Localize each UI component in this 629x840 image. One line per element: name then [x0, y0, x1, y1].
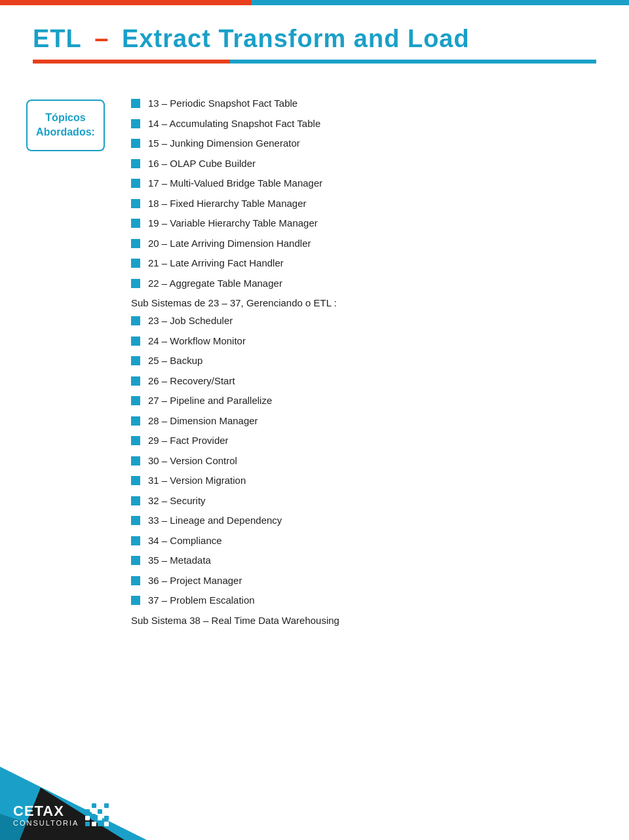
second-decorative-bar — [33, 60, 596, 64]
bullet-icon — [131, 279, 140, 288]
logo-dot-15 — [98, 822, 102, 826]
list-item-text: 24 – Workflow Monitor — [148, 334, 246, 349]
bullet-icon — [131, 159, 140, 168]
list-item: 17 – Multi-Valued Bridge Table Manager — [131, 176, 603, 191]
bullet-icon — [131, 199, 140, 208]
logo-icon — [85, 803, 109, 827]
list-item: 14 – Accumulating Snapshot Fact Table — [131, 117, 603, 132]
list-item-text: 26 – Recovery/Start — [148, 374, 235, 389]
logo-name: CETAX — [13, 803, 79, 819]
list-item-text: 23 – Job Scheduler — [148, 314, 233, 329]
logo-dot-8 — [104, 809, 109, 814]
title-rest: Extract Transform and Load — [122, 25, 470, 52]
bullet-icon — [131, 456, 140, 466]
list-item: 27 – Pipeline and Parallelize — [131, 393, 603, 409]
logo-dot-10 — [92, 816, 96, 820]
list-item: 25 – Backup — [131, 354, 603, 369]
bullet-icon — [131, 416, 140, 426]
logo-dot-14 — [92, 822, 96, 826]
logo-dot-11 — [98, 816, 102, 820]
sidebar-label: Tópicos Abordados: — [36, 111, 95, 140]
list-item: 19 – Variable Hierarchy Table Manager — [131, 216, 603, 231]
header: ETL – Extract Transform and Load — [0, 5, 629, 77]
bullet-icon — [131, 99, 140, 108]
list-item-text: 29 – Fact Provider — [148, 433, 229, 448]
list-item: 33 – Lineage and Dependency — [131, 513, 603, 528]
logo-area: CETAX CONSULTORIA — [13, 803, 109, 827]
list-item-text: 34 – Compliance — [148, 534, 222, 549]
bullet-icon — [131, 436, 140, 445]
bullet-icon — [131, 596, 140, 605]
logo-dot-2 — [92, 803, 96, 808]
list-item-text: 22 – Aggregate Table Manager — [148, 276, 282, 291]
list-item-text: 32 – Security — [148, 494, 206, 509]
list-item-text: 16 – OLAP Cube Builder — [148, 156, 256, 172]
logo-dot-13 — [85, 822, 90, 826]
bullet-icon — [131, 119, 140, 128]
list-item: 21 – Late Arriving Fact Handler — [131, 256, 603, 271]
title-etl: ETL — [33, 25, 82, 52]
logo-dot-16 — [104, 822, 109, 826]
list-item: 24 – Workflow Monitor — [131, 334, 603, 349]
logo-dot-3 — [98, 803, 102, 808]
list-item: 36 – Project Manager — [131, 574, 603, 589]
sub-section-1-label: Sub Sistemas de 23 – 37, Gerenciando o E… — [131, 297, 603, 308]
list-item: 30 – Version Control — [131, 454, 603, 469]
bullet-icon — [131, 496, 140, 505]
list-item-text: 27 – Pipeline and Parallelize — [148, 393, 272, 409]
logo-container: CETAX CONSULTORIA — [13, 803, 79, 827]
logo-dot-12 — [104, 816, 109, 820]
top-decorative-bar — [0, 0, 629, 5]
list-item-text: 21 – Late Arriving Fact Handler — [148, 256, 284, 271]
list-item-text: 20 – Late Arriving Dimension Handler — [148, 236, 311, 251]
bullet-icon — [131, 556, 140, 565]
list-item: 37 – Problem Escalation — [131, 593, 603, 608]
page-title: ETL – Extract Transform and Load — [33, 25, 596, 53]
bullet-icon — [131, 179, 140, 188]
bullet-icon — [131, 356, 140, 365]
bottom-decorative-area: CETAX CONSULTORIA — [0, 709, 629, 840]
list-item-text: 13 – Periodic Snapshot Fact Table — [148, 96, 297, 111]
logo-dot-7 — [98, 809, 102, 814]
bullet-icon — [131, 219, 140, 228]
list-item-text: 14 – Accumulating Snapshot Fact Table — [148, 117, 320, 132]
list-item-text: 31 – Version Migration — [148, 473, 246, 488]
logo-sub: CONSULTORIA — [13, 819, 79, 827]
list-item: 15 – Junking Dimension Generator — [131, 136, 603, 151]
list-item-text: 36 – Project Manager — [148, 574, 242, 589]
sub-section-2-label: Sub Sistema 38 – Real Time Data Warehous… — [131, 615, 603, 626]
title-dash: – — [87, 25, 117, 52]
bullet-icon — [131, 337, 140, 346]
content-area: 13 – Periodic Snapshot Fact Table14 – Ac… — [118, 96, 603, 626]
bullet-icon — [131, 476, 140, 485]
bullet-icon — [131, 316, 140, 325]
list-item: 34 – Compliance — [131, 534, 603, 549]
bullet-icon — [131, 376, 140, 386]
list-item: 35 – Metadata — [131, 553, 603, 568]
logo-dot-6 — [92, 809, 96, 814]
list-item-text: 18 – Fixed Hierarchy Table Manager — [148, 196, 307, 211]
bullet-icon — [131, 516, 140, 525]
logo-dot-1 — [85, 803, 90, 808]
list-item: 22 – Aggregate Table Manager — [131, 276, 603, 291]
bullet-icon — [131, 396, 140, 405]
bullet-icon — [131, 576, 140, 585]
main-bullet-list: 13 – Periodic Snapshot Fact Table14 – Ac… — [131, 96, 603, 291]
list-item: 31 – Version Migration — [131, 473, 603, 488]
sidebar-box: Tópicos Abordados: — [26, 100, 105, 151]
logo-dot-4 — [104, 803, 109, 808]
list-item: 20 – Late Arriving Dimension Handler — [131, 236, 603, 251]
list-item: 26 – Recovery/Start — [131, 374, 603, 389]
list-item: 28 – Dimension Manager — [131, 414, 603, 429]
list-item: 13 – Periodic Snapshot Fact Table — [131, 96, 603, 111]
list-item: 23 – Job Scheduler — [131, 314, 603, 329]
bullet-icon — [131, 239, 140, 248]
list-item-text: 35 – Metadata — [148, 553, 211, 568]
list-item: 18 – Fixed Hierarchy Table Manager — [131, 196, 603, 211]
bullet-icon — [131, 536, 140, 545]
list-item: 16 – OLAP Cube Builder — [131, 156, 603, 172]
list-item: 32 – Security — [131, 494, 603, 509]
sub-bullet-list: 23 – Job Scheduler24 – Workflow Monitor2… — [131, 314, 603, 608]
list-item-text: 25 – Backup — [148, 354, 202, 369]
main-content: Tópicos Abordados: 13 – Periodic Snapsho… — [0, 77, 629, 646]
